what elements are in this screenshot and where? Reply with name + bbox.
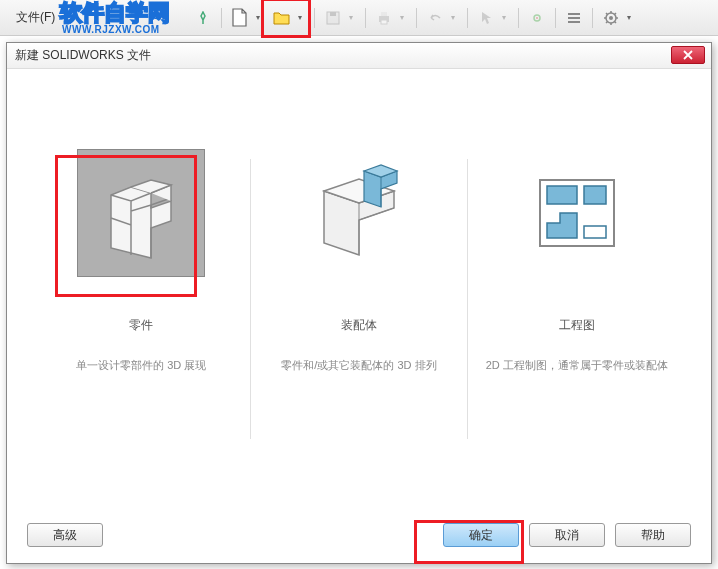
file-menu[interactable]: 文件(F) bbox=[8, 5, 63, 30]
print-icon[interactable] bbox=[372, 6, 396, 30]
svg-point-11 bbox=[609, 16, 613, 20]
select-icon[interactable] bbox=[474, 6, 498, 30]
assembly-icon[interactable] bbox=[295, 149, 423, 277]
dialog-footer: 高级 确定 取消 帮助 bbox=[7, 523, 711, 547]
svg-rect-3 bbox=[381, 12, 387, 16]
pin-icon[interactable] bbox=[191, 6, 215, 30]
annotation-highlight bbox=[261, 0, 311, 38]
advanced-button[interactable]: 高级 bbox=[27, 523, 103, 547]
close-button[interactable] bbox=[671, 46, 705, 64]
dropdown-icon: ▾ bbox=[349, 13, 359, 22]
svg-rect-15 bbox=[584, 226, 606, 238]
dialog-titlebar: 新建 SOLIDWORKS 文件 bbox=[7, 43, 711, 69]
separator bbox=[250, 159, 251, 439]
dropdown-icon: ▾ bbox=[400, 13, 410, 22]
svg-rect-1 bbox=[330, 12, 336, 16]
svg-rect-14 bbox=[584, 186, 606, 204]
dropdown-icon: ▾ bbox=[451, 13, 461, 22]
rebuild-icon[interactable] bbox=[525, 6, 549, 30]
dropdown-icon: ▾ bbox=[502, 13, 512, 22]
dropdown-icon[interactable]: ▾ bbox=[627, 13, 637, 22]
svg-rect-8 bbox=[568, 17, 580, 19]
option-title: 装配体 bbox=[341, 317, 377, 334]
option-desc: 单一设计零部件的 3D 展现 bbox=[76, 358, 206, 373]
help-button[interactable]: 帮助 bbox=[615, 523, 691, 547]
gear-icon[interactable] bbox=[599, 6, 623, 30]
option-title: 工程图 bbox=[559, 317, 595, 334]
svg-rect-7 bbox=[568, 13, 580, 15]
option-drawing: 工程图 2D 工程制图，通常属于零件或装配体 bbox=[477, 149, 677, 439]
new-document-dialog: 新建 SOLIDWORKS 文件 零件 单一设计零部件的 3D 展现 bbox=[6, 42, 712, 564]
svg-rect-13 bbox=[547, 186, 577, 204]
new-document-icon[interactable] bbox=[228, 6, 252, 30]
option-assembly: 装配体 零件和/或其它装配体的 3D 排列 bbox=[259, 149, 459, 439]
undo-icon[interactable] bbox=[423, 6, 447, 30]
annotation-highlight bbox=[414, 520, 524, 564]
svg-rect-4 bbox=[381, 20, 387, 24]
options-icon[interactable] bbox=[562, 6, 586, 30]
svg-rect-9 bbox=[568, 21, 580, 23]
separator bbox=[467, 159, 468, 439]
option-desc: 零件和/或其它装配体的 3D 排列 bbox=[281, 358, 436, 373]
option-desc: 2D 工程制图，通常属于零件或装配体 bbox=[486, 358, 668, 373]
save-icon[interactable] bbox=[321, 6, 345, 30]
svg-point-6 bbox=[536, 17, 538, 19]
cancel-button[interactable]: 取消 bbox=[529, 523, 605, 547]
option-title: 零件 bbox=[129, 317, 153, 334]
watermark-url: WWW.RJZXW.COM bbox=[62, 24, 160, 35]
drawing-icon[interactable] bbox=[513, 149, 641, 277]
dialog-title: 新建 SOLIDWORKS 文件 bbox=[15, 47, 151, 64]
annotation-highlight bbox=[55, 155, 197, 297]
